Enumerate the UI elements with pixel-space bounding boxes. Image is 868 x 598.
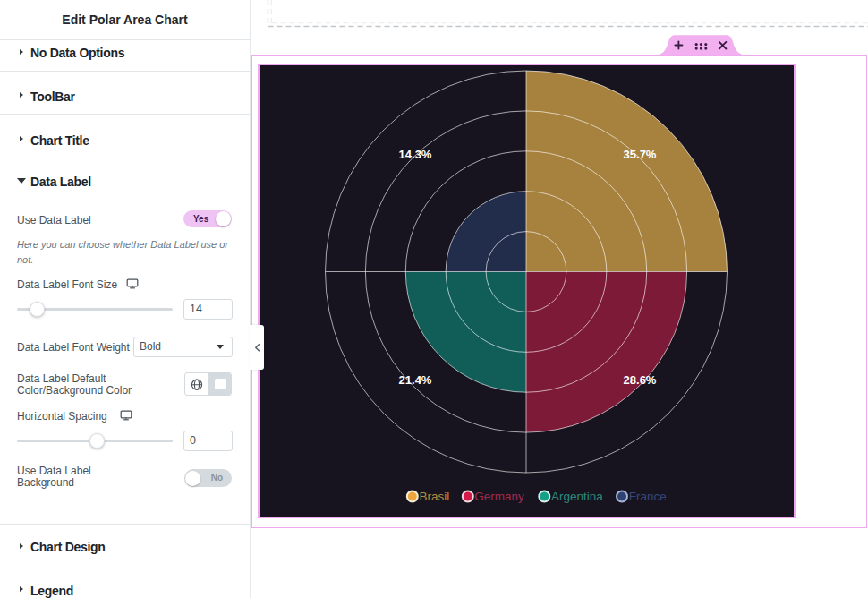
svg-text:Brasil: Brasil <box>419 490 449 503</box>
svg-text:35.7%: 35.7% <box>623 147 656 160</box>
svg-text:Germany: Germany <box>474 490 524 503</box>
svg-text:14.3%: 14.3% <box>398 147 431 160</box>
svg-text:France: France <box>628 490 666 503</box>
svg-text:21.4%: 21.4% <box>398 372 431 386</box>
svg-text:Argentina: Argentina <box>551 490 603 503</box>
svg-text:28.6%: 28.6% <box>623 372 656 386</box>
